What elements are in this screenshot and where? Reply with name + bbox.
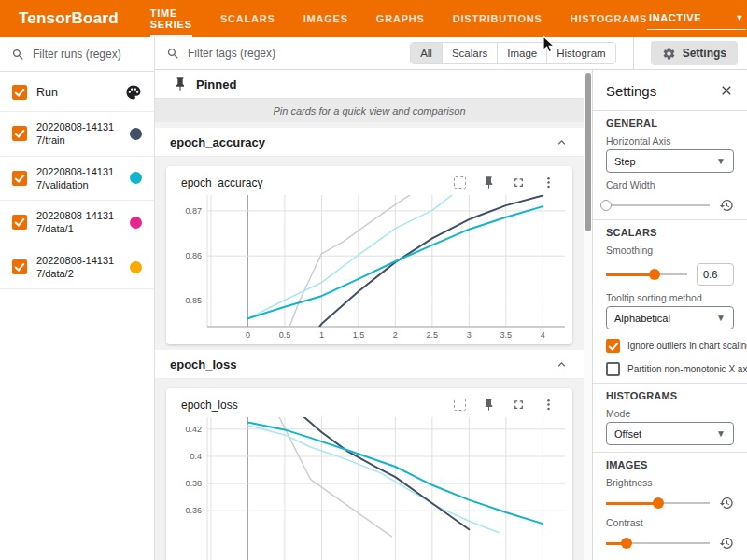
brightness-slider[interactable] [606, 497, 710, 510]
tab-histograms[interactable]: HISTOGRAMS [571, 0, 647, 37]
filter-scalars-button[interactable]: Scalars [443, 43, 498, 63]
slider-thumb[interactable] [600, 200, 612, 211]
pin-card-icon[interactable] [482, 398, 496, 412]
tag-type-filter-group: All Scalars Image Histogram [410, 42, 616, 64]
run-checkbox[interactable] [12, 126, 27, 141]
run-label: 20220808-141317/data/1 [36, 209, 120, 236]
select-all-runs-checkbox[interactable] [12, 85, 27, 100]
app-header: TensorBoard TIME SERIES SCALARS IMAGES G… [0, 0, 747, 37]
ignore-outliers-checkbox[interactable] [606, 339, 620, 353]
ignore-outliers-row[interactable]: Ignore outliers in chart scaling [606, 339, 734, 353]
filter-runs-input[interactable] [33, 48, 143, 61]
run-color-dot [130, 217, 142, 229]
smoothing-slider[interactable] [606, 269, 687, 281]
more-options-icon[interactable] [542, 175, 556, 189]
slider-thumb[interactable] [621, 538, 632, 549]
svg-text:0.38: 0.38 [185, 479, 202, 488]
reload-status-dropdown[interactable]: INACTIVE ▼ [647, 8, 746, 30]
smoothing-label: Smoothing [606, 245, 734, 256]
content-column: All Scalars Image Histogram Settings [155, 37, 747, 560]
line-chart-epoch-accuracy[interactable]: 0.850.860.8700.511.522.533.54 [170, 191, 569, 343]
filter-tags-box [166, 47, 402, 61]
svg-text:0.36: 0.36 [185, 506, 202, 515]
histograms-heading: HISTOGRAMS [606, 390, 734, 401]
run-row-validation[interactable]: 20220808-141317/validation [0, 157, 154, 202]
horizontal-axis-select[interactable]: Step ▼ [606, 149, 734, 173]
card-title: epoch_accuracy [181, 176, 454, 189]
fullscreen-icon[interactable] [512, 175, 526, 189]
run-row-train[interactable]: 20220808-141317/train [0, 112, 154, 157]
histogram-mode-select[interactable]: Offset ▼ [606, 422, 734, 445]
svg-text:3: 3 [467, 330, 472, 340]
section-header-epoch-accuracy[interactable]: epoch_accuracy [155, 128, 584, 157]
collapse-chevron-icon[interactable] [555, 135, 569, 149]
filter-histogram-button[interactable]: Histogram [547, 43, 614, 63]
brightness-slider-row [606, 496, 734, 511]
contrast-slider[interactable] [606, 538, 710, 550]
palette-icon[interactable] [125, 84, 142, 101]
reset-icon[interactable] [719, 198, 734, 213]
settings-panel-header: Settings [606, 77, 734, 104]
reset-icon[interactable] [719, 496, 734, 511]
brightness-label: Brightness [606, 477, 734, 488]
tab-scalars[interactable]: SCALARS [220, 0, 275, 37]
partition-x-axis-checkbox[interactable] [606, 362, 620, 376]
reset-icon[interactable] [719, 536, 734, 551]
caret-down-icon: ▼ [716, 428, 726, 439]
card-width-slider[interactable] [606, 200, 710, 212]
horizontal-axis-value: Step [614, 156, 636, 167]
settings-button[interactable]: Settings [651, 41, 738, 65]
fit-to-data-icon[interactable] [454, 176, 466, 189]
smoothing-value-input[interactable] [697, 263, 734, 286]
card-header: epoch_loss [170, 396, 569, 413]
slider-thumb[interactable] [653, 497, 664, 509]
filter-all-button[interactable]: All [411, 43, 443, 63]
tooltip-sorting-select[interactable]: Alphabetical ▼ [606, 306, 734, 329]
svg-text:0: 0 [246, 330, 250, 340]
close-icon[interactable] [719, 83, 734, 98]
slider-track [606, 204, 710, 206]
svg-text:0.85: 0.85 [185, 296, 202, 305]
tab-time-series[interactable]: TIME SERIES [150, 0, 192, 37]
svg-text:0.4: 0.4 [190, 452, 202, 461]
tab-images[interactable]: IMAGES [303, 0, 348, 37]
caret-down-icon: ▼ [736, 13, 745, 22]
scrollbar-thumb[interactable] [585, 73, 591, 231]
filter-runs-box [0, 37, 154, 72]
pinned-title: Pinned [196, 77, 236, 91]
run-row-data-2[interactable]: 20220808-141317/data/2 [0, 245, 154, 290]
pinned-section-header: Pinned [155, 70, 584, 98]
run-checkbox[interactable] [12, 215, 27, 230]
search-icon [166, 47, 180, 61]
pin-card-icon[interactable] [482, 175, 496, 189]
gear-icon [662, 47, 676, 61]
app-logo: TensorBoard [19, 9, 119, 28]
main-layout: Run 20220808-141317/train 20220808-14131… [0, 37, 747, 560]
toolbar-divider [633, 37, 634, 69]
tab-graphs[interactable]: GRAPHS [376, 0, 425, 37]
general-heading: GENERAL [606, 118, 734, 129]
histogram-mode-value: Offset [614, 428, 641, 440]
run-row-data-1[interactable]: 20220808-141317/data/1 [0, 201, 154, 245]
slider-thumb[interactable] [649, 269, 660, 280]
svg-text:1.5: 1.5 [353, 330, 365, 340]
fullscreen-icon[interactable] [512, 398, 526, 412]
tab-distributions[interactable]: DISTRIBUTIONS [453, 0, 543, 37]
ignore-outliers-label: Ignore outliers in chart scaling [627, 341, 747, 351]
partition-x-axis-row[interactable]: Partition non-monotonic X axis [606, 362, 734, 376]
run-checkbox[interactable] [12, 259, 27, 274]
divider [593, 452, 747, 453]
caret-down-icon: ▼ [716, 313, 726, 323]
scalar-card-epoch-loss: epoch_loss [166, 388, 572, 560]
filter-image-button[interactable]: Image [498, 43, 547, 63]
more-options-icon[interactable] [542, 398, 556, 412]
pin-hint-text: Pin cards for a quick view and compariso… [155, 98, 584, 122]
section-header-epoch-loss[interactable]: epoch_loss [155, 350, 584, 379]
fit-to-data-icon[interactable] [454, 399, 466, 411]
filter-tags-input[interactable] [188, 47, 402, 60]
line-chart-epoch-loss[interactable]: 0.360.380.40.42 [170, 413, 569, 560]
collapse-chevron-icon[interactable] [555, 357, 569, 371]
run-checkbox[interactable] [12, 171, 27, 186]
card-width-label: Card Width [606, 179, 734, 190]
divider [593, 110, 747, 111]
